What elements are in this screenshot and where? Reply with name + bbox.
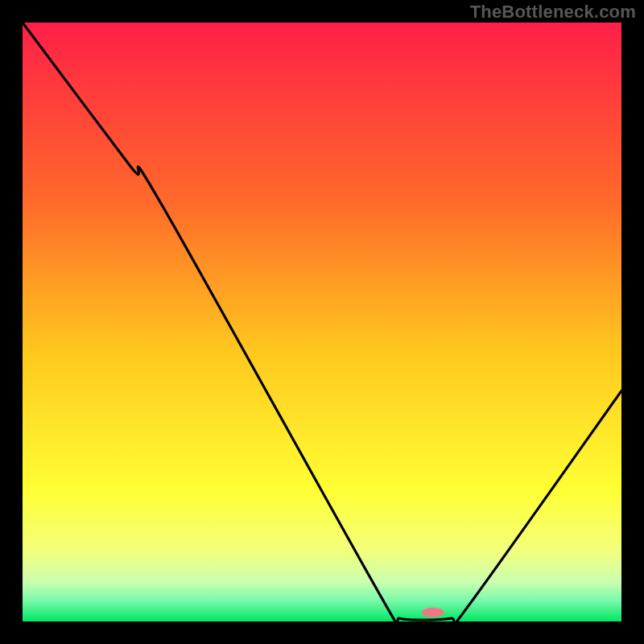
bottleneck-chart (0, 0, 644, 644)
optimal-marker (422, 608, 444, 617)
chart-frame: TheBottleneck.com (0, 0, 644, 644)
plot-background (23, 23, 621, 621)
